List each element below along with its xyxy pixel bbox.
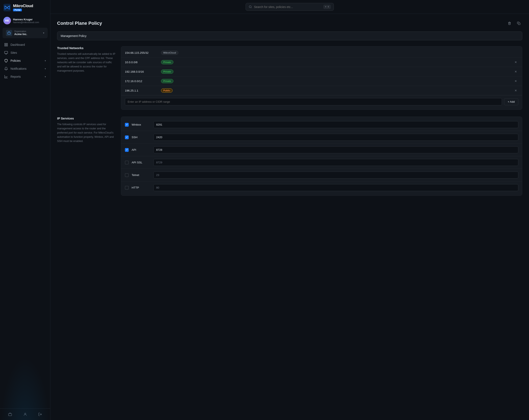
service-checkbox-api[interactable] — [125, 148, 129, 152]
chevron-down-icon: ▾ — [45, 68, 46, 70]
policy-name-input[interactable] — [57, 31, 522, 40]
sidebar-item-policies[interactable]: Policies ▾ — [0, 57, 50, 65]
network-badge: Private — [161, 60, 173, 64]
remove-network-button[interactable]: ✕ — [513, 60, 518, 64]
svg-rect-11 — [518, 23, 520, 25]
service-name: Winbox — [132, 123, 150, 126]
service-row-api-ssl: API SSL — [121, 156, 522, 169]
org-info: Organization Acme Inc. — [14, 30, 41, 36]
copy-icon — [517, 22, 520, 25]
sidebar-item-label: Notifications — [11, 67, 42, 70]
logo-area: MikroCloud Portal — [0, 0, 50, 14]
remove-network-button[interactable]: ✕ — [513, 69, 518, 74]
svg-rect-2 — [5, 43, 6, 44]
service-name: Telnet — [132, 174, 150, 176]
service-checkbox-ssh[interactable] — [125, 135, 129, 139]
trusted-networks-desc: Trusted Networks Trusted networks will a… — [57, 46, 116, 110]
sidebar-item-label: Dashboard — [11, 43, 46, 46]
service-port-winbox[interactable] — [153, 121, 518, 128]
logout-button[interactable] — [33, 411, 48, 418]
app-badge: Portal — [13, 9, 22, 11]
network-cidr: 154.66.115.255/32 — [125, 51, 159, 54]
add-network-row: + Add — [121, 95, 522, 108]
svg-rect-5 — [5, 45, 6, 46]
ip-services-text: The following controls IP services used … — [57, 122, 116, 143]
service-checkbox-telnet[interactable] — [125, 173, 129, 177]
service-row-ssh: SSH — [121, 131, 522, 144]
search-input[interactable] — [254, 5, 321, 9]
tv-button[interactable] — [2, 411, 18, 418]
chevron-down-icon: ▾ — [43, 31, 44, 34]
add-network-button[interactable]: + Add — [504, 98, 518, 105]
service-checkbox-http[interactable] — [125, 186, 129, 190]
logo-icon — [3, 4, 11, 11]
sidebar-item-label: Sites — [11, 51, 46, 54]
svg-rect-3 — [7, 43, 8, 44]
service-name: SSH — [132, 136, 150, 139]
delete-button[interactable] — [506, 20, 513, 27]
monitor-icon — [4, 51, 8, 54]
sidebar-item-dashboard[interactable]: Dashboard — [0, 41, 50, 49]
trusted-networks-text: Trusted networks will automatically be a… — [57, 52, 116, 73]
copy-button[interactable] — [515, 20, 522, 27]
grid-icon — [4, 43, 8, 47]
remove-network-button[interactable]: ✕ — [513, 88, 518, 93]
svg-rect-1 — [8, 32, 10, 34]
chevron-down-icon: ▾ — [45, 75, 46, 78]
service-port-telnet[interactable] — [153, 172, 518, 178]
sidebar-item-label: Policies — [11, 59, 42, 62]
sidebar-item-reports[interactable]: Reports ▾ — [0, 73, 50, 81]
shield-icon — [4, 59, 8, 63]
service-checkbox-api-ssl[interactable] — [125, 161, 129, 164]
user-info: Hannes Kruger hannes@mikrocloud.com — [13, 18, 39, 24]
ip-services-section: IP Services The following controls IP se… — [57, 117, 522, 196]
add-network-input[interactable] — [125, 98, 502, 105]
svg-rect-7 — [8, 413, 12, 416]
network-cidr: 172.16.0.0/12 — [125, 80, 159, 83]
service-port-ssh[interactable] — [153, 134, 518, 141]
svg-rect-6 — [5, 51, 8, 54]
sidebar-bottom — [0, 408, 50, 420]
sidebar-item-label: Reports — [11, 75, 42, 78]
bell-icon — [4, 67, 8, 70]
service-row-http: HTTP — [121, 181, 522, 194]
profile-button[interactable] — [18, 411, 33, 418]
service-port-api-ssl[interactable] — [153, 159, 518, 166]
network-cidr: 10.0.0.0/8 — [125, 61, 159, 64]
bar-chart-icon — [4, 75, 8, 79]
network-row: 154.66.115.255/32 MikroCloud — [121, 48, 522, 57]
network-row: 10.0.0.0/8 Private ✕ — [121, 57, 522, 67]
logo-text: MikroCloud Portal — [13, 4, 33, 11]
topbar: ⌘ K — [50, 0, 529, 14]
org-selector[interactable]: Organization Acme Inc. ▾ — [2, 28, 48, 38]
service-name: HTTP — [132, 186, 150, 189]
service-port-http[interactable] — [153, 184, 518, 191]
header-actions — [506, 20, 522, 27]
network-row: 196.25.1.1 Public ✕ — [121, 86, 522, 95]
ip-services-panel: Winbox SSH API API SSL — [121, 117, 522, 196]
user-profile: HK Hannes Kruger hannes@mikrocloud.com — [0, 14, 50, 27]
service-port-api[interactable] — [153, 146, 518, 153]
svg-rect-4 — [7, 45, 8, 46]
main-nav: Dashboard Sites Policies ▾ Notifications… — [0, 39, 50, 408]
org-icon — [6, 30, 12, 36]
sidebar: MikroCloud Portal HK Hannes Kruger hanne… — [0, 0, 50, 420]
sidebar-item-notifications[interactable]: Notifications ▾ — [0, 65, 50, 73]
remove-network-button[interactable]: ✕ — [513, 79, 518, 83]
content-area: Control Plane Policy Trusted Networks — [50, 14, 529, 420]
main-area: ⌘ K Control Plane Policy — [50, 0, 529, 420]
search-bar[interactable]: ⌘ K — [246, 3, 334, 11]
trusted-networks-section: Trusted Networks Trusted networks will a… — [57, 46, 522, 110]
network-row: 172.16.0.0/12 Private ✕ — [121, 76, 522, 86]
user-email: hannes@mikrocloud.com — [13, 21, 39, 24]
chevron-down-icon: ▾ — [45, 59, 46, 62]
service-row-telnet: Telnet — [121, 169, 522, 181]
ip-services-title: IP Services — [57, 117, 116, 120]
user-name: Hannes Kruger — [13, 18, 39, 21]
network-badge: MikroCloud — [161, 51, 178, 55]
avatar: HK — [3, 17, 11, 24]
service-name: API SSL — [132, 161, 150, 164]
svg-point-8 — [25, 413, 26, 414]
sidebar-item-sites[interactable]: Sites — [0, 49, 50, 57]
service-checkbox-winbox[interactable] — [125, 123, 129, 127]
